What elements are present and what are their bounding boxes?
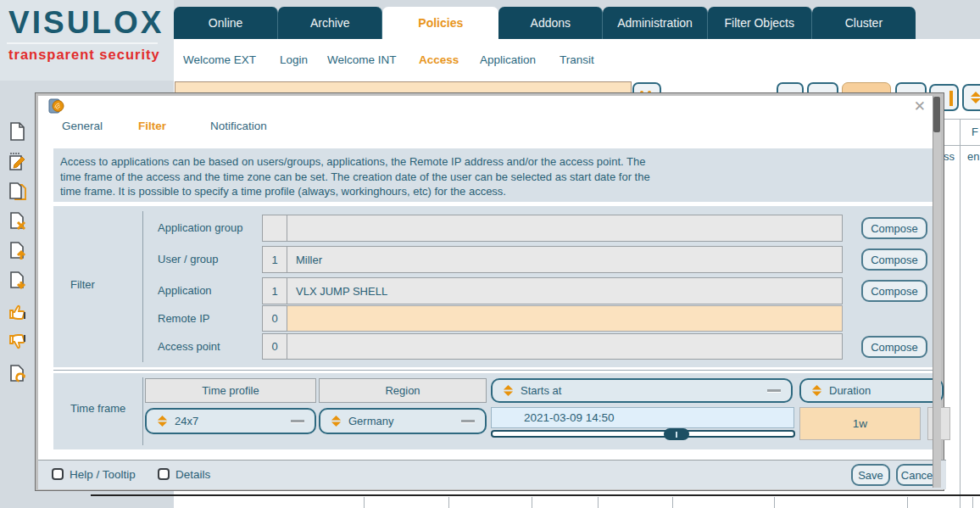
policy-dialog-icon <box>48 98 64 114</box>
filter-row: User / group 1 Miller Compose <box>53 246 935 273</box>
app-window: F ss en VISULOX transparent security Onl… <box>0 0 980 508</box>
compose-button[interactable]: Compose <box>861 280 927 302</box>
thumbs-down-icon[interactable] <box>8 332 30 354</box>
partial-column-header: F <box>972 126 978 138</box>
tab-cluster[interactable]: Cluster <box>812 7 916 39</box>
count-cell: 0 <box>262 333 287 360</box>
subnav-welcome-ext[interactable]: Welcome EXT <box>183 53 256 66</box>
value-cell[interactable]: Miller <box>287 246 843 273</box>
delete-document-icon[interactable] <box>8 211 30 233</box>
table-line <box>941 119 980 120</box>
compose-button[interactable]: Compose <box>861 336 927 358</box>
subnav-welcome-int[interactable]: Welcome INT <box>327 53 397 66</box>
drag-handle-icon[interactable] <box>291 420 304 422</box>
table-line <box>941 145 980 146</box>
duration-header-dropdown[interactable]: Duration <box>799 378 944 403</box>
table-border <box>91 494 980 496</box>
subnav-login[interactable]: Login <box>280 53 308 66</box>
dialog-footer: Help / Tooltip Details Save Cancel <box>38 460 946 489</box>
duplicate-document-icon[interactable] <box>8 181 30 204</box>
new-document-icon[interactable] <box>8 121 30 143</box>
duration-value[interactable]: 1w <box>799 407 921 440</box>
bar-icon <box>949 91 953 106</box>
description-line: time frame of the access and the time zo… <box>60 170 928 185</box>
tab-addons[interactable]: Addons <box>498 7 603 39</box>
tab-archive[interactable]: Archive <box>278 7 382 39</box>
count-cell: 0 <box>262 305 287 332</box>
partial-table-cell: ss <box>944 150 955 163</box>
count-cell: 1 <box>262 277 287 304</box>
starts-at-header-dropdown[interactable]: Starts at <box>491 378 793 403</box>
subnav-application[interactable]: Application <box>480 53 536 66</box>
background-sort-button[interactable] <box>962 84 980 111</box>
logo-block: VISULOX transparent security <box>0 0 174 81</box>
filter-row: Application 1 VLX JUMP SHELL Compose <box>53 277 935 304</box>
thumbs-up-icon[interactable] <box>8 302 30 324</box>
close-icon[interactable]: ✕ <box>914 98 926 115</box>
region-header: Region <box>319 378 487 403</box>
subnav-access[interactable]: Access <box>419 53 459 66</box>
time-profile-header: Time profile <box>145 378 316 403</box>
sort-diamond-icon <box>970 92 980 103</box>
count-cell <box>262 215 287 242</box>
value-cell[interactable]: VLX JUMP SHELL <box>287 277 843 304</box>
count-cell: 1 <box>262 246 287 273</box>
tab-administration[interactable]: Administration <box>603 7 707 39</box>
filter-row: Remote IP 0 <box>53 305 935 332</box>
time-profile-select[interactable]: 24x7 <box>145 408 316 434</box>
compose-button[interactable]: Compose <box>861 217 927 239</box>
tab-online[interactable]: Online <box>174 7 278 39</box>
drag-handle-icon[interactable] <box>767 389 781 392</box>
scrollbar-thumb[interactable] <box>933 97 940 132</box>
tab-policies[interactable]: Policies <box>382 7 498 39</box>
description-panel: Access to applications can be based on u… <box>53 148 935 202</box>
brand-divider <box>7 42 158 44</box>
description-line: Access to applications can be based on u… <box>60 154 928 170</box>
section-divider <box>53 370 935 371</box>
sub-navigation: Welcome EXT Login Welcome INT Access App… <box>174 39 980 81</box>
starts-at-slider[interactable] <box>491 430 795 438</box>
refresh-document-icon[interactable] <box>8 364 30 386</box>
partial-table-cell: en <box>967 150 979 163</box>
help-tooltip-label: Help / Tooltip <box>70 468 136 481</box>
starts-at-slider-thumb[interactable] <box>664 428 689 440</box>
dialog-scrollbar[interactable] <box>933 96 941 488</box>
diamond-sort-icon <box>157 416 168 427</box>
filter-row: Access point 0 Compose <box>53 333 935 360</box>
help-tooltip-checkbox[interactable] <box>52 468 64 480</box>
save-button[interactable]: Save <box>851 464 890 486</box>
brand-logo: VISULOX <box>8 5 164 41</box>
tab-filter-objects[interactable]: Filter Objects <box>708 7 812 39</box>
dialog-tab-notification[interactable]: Notification <box>210 120 267 132</box>
table-line <box>960 119 961 508</box>
upload-document-icon[interactable] <box>8 241 30 263</box>
brand-tagline: transparent security <box>8 47 160 63</box>
top-navigation: Online Archive Policies Addons Administr… <box>174 7 916 39</box>
edit-document-icon[interactable] <box>8 151 30 173</box>
subnav-transit[interactable]: Transit <box>560 53 594 66</box>
value-cell-highlighted[interactable] <box>287 305 843 332</box>
time-frame-section-label: Time frame <box>70 402 125 415</box>
diamond-sort-icon <box>811 385 822 396</box>
filter-panel: Filter Application group Compose User / … <box>53 206 935 367</box>
starts-at-value[interactable]: 2021-03-09 14:50 <box>491 407 794 428</box>
download-document-icon[interactable] <box>8 271 30 293</box>
table-row-header <box>0 496 173 508</box>
time-frame-panel: Time frame Time profile Region Starts at… <box>53 373 935 449</box>
value-cell[interactable] <box>287 333 843 360</box>
dialog-tab-filter[interactable]: Filter <box>138 120 166 132</box>
dialog-tab-general[interactable]: General <box>62 120 103 132</box>
section-divider <box>142 377 143 445</box>
value-cell[interactable] <box>287 215 843 242</box>
diamond-sort-icon <box>331 416 342 427</box>
region-select[interactable]: Germany <box>319 408 487 434</box>
policy-dialog: ✕ General Filter Notification Access to … <box>36 93 944 490</box>
description-line: time frame. It is possible to specify a … <box>60 184 928 199</box>
drag-handle-icon[interactable] <box>461 420 475 422</box>
details-checkbox[interactable] <box>158 468 170 480</box>
compose-button[interactable]: Compose <box>861 248 927 271</box>
diamond-sort-icon <box>503 385 514 396</box>
details-label: Details <box>175 468 210 481</box>
filter-row: Application group Compose <box>53 215 935 242</box>
